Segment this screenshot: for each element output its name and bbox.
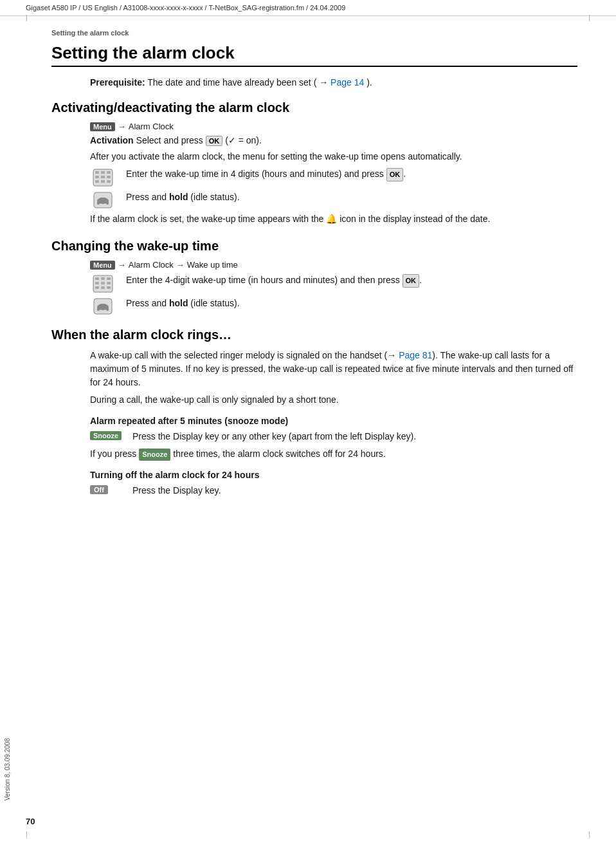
svg-rect-12: [97, 201, 100, 205]
page-title: Setting the alarm clock: [51, 43, 577, 67]
alarm-set-footer: If the alarm clock is set, the wake-up t…: [90, 212, 577, 226]
menu-item-changing-2: Wake up time: [187, 260, 238, 270]
svg-rect-15: [95, 277, 99, 280]
section-crumb: Setting the alarm clock: [51, 29, 577, 37]
section-heading-rings: When the alarm clock rings…: [51, 328, 577, 342]
endcall-icon-cell: [90, 190, 116, 208]
endcall-instruction-changing: Press and hold (idle status).: [126, 297, 240, 310]
keypad-icon-cell-changing: [90, 273, 116, 293]
endcall-row-activating: Press and hold (idle status).: [90, 190, 577, 208]
keypad-instruction-changing: Enter the 4-digit wake-up time (in hours…: [126, 273, 422, 288]
arrow-changing-2: →: [176, 260, 185, 270]
keypad-icon: [93, 169, 113, 187]
ok-badge-keypad: OK: [386, 168, 404, 181]
activation-line: Activation Select and press OK (✓ = on).: [90, 135, 577, 146]
snooze-badge-row: Snooze Press the Display key or any othe…: [90, 430, 577, 443]
arrow-activating-1: →: [118, 122, 126, 131]
activating-after-text: After you activate the alarm clock, the …: [90, 150, 577, 163]
header-breadcrumb: Gigaset A580 IP / US English / A31008-xx…: [26, 4, 345, 12]
snooze-heading: Alarm repeated after 5 minutes (snooze m…: [90, 416, 577, 426]
menu-item-changing-1: Alarm Clock: [129, 260, 174, 270]
corner-mark-br: |: [588, 831, 590, 838]
svg-rect-7: [95, 180, 99, 183]
prerequisite-label: Prerequisite:: [90, 77, 145, 88]
ok-badge-activating: OK: [206, 136, 223, 146]
endcall-icon-cell-changing: [90, 297, 116, 315]
prerequisite-end: ).: [367, 77, 372, 88]
svg-rect-27: [106, 307, 109, 311]
svg-rect-18: [95, 282, 99, 284]
keypad-row-changing: Enter the 4-digit wake-up time (in hours…: [90, 273, 577, 293]
corner-mark-bl: |: [26, 831, 28, 838]
svg-rect-16: [101, 277, 105, 280]
svg-rect-22: [101, 286, 105, 289]
snooze-badge-footer: Snooze: [139, 449, 170, 461]
svg-rect-8: [101, 180, 105, 183]
menu-nav-activating: Menu → Alarm Clock: [90, 122, 577, 131]
section-heading-activating: Activating/deactivating the alarm clock: [51, 100, 577, 115]
rings-body2: During a call, the wake-up call is only …: [90, 393, 577, 407]
endcall-icon-changing: [93, 298, 113, 315]
svg-rect-3: [107, 171, 111, 174]
svg-rect-6: [107, 176, 111, 178]
off-badge: Off: [90, 485, 108, 494]
off-text: Press the Display key.: [132, 484, 221, 497]
off-badge-row: Off Press the Display key.: [90, 484, 577, 497]
svg-rect-9: [107, 180, 111, 183]
svg-rect-1: [95, 171, 99, 174]
keypad-icon-cell: [90, 167, 116, 187]
keypad-icon-changing: [93, 275, 113, 293]
svg-rect-26: [97, 307, 100, 311]
keypad-instruction-activating: Enter the wake-up time in 4 digits (hour…: [126, 167, 406, 181]
snooze-text: Press the Display key or any other key (…: [132, 430, 416, 443]
svg-rect-20: [107, 282, 111, 284]
keypad-row-activating: Enter the wake-up time in 4 digits (hour…: [90, 167, 577, 187]
menu-item-activating: Alarm Clock: [129, 122, 174, 131]
version-text: Version 8, 03.09.2008: [4, 738, 11, 801]
document-header: Gigaset A580 IP / US English / A31008-xx…: [0, 0, 616, 16]
endcall-icon: [93, 192, 113, 208]
activation-text: Select and press: [136, 135, 206, 145]
prerequisite-line: Prerequisite: The date and time have alr…: [90, 77, 577, 88]
page-number: 70: [26, 817, 35, 826]
svg-rect-2: [101, 171, 105, 174]
menu-nav-changing: Menu → Alarm Clock → Wake up time: [90, 260, 577, 270]
menu-badge-changing: Menu: [90, 261, 115, 270]
svg-rect-23: [107, 286, 111, 289]
activation-label: Activation: [90, 135, 134, 145]
prerequisite-link[interactable]: Page 14: [331, 77, 364, 88]
section-heading-changing: Changing the wake-up time: [51, 239, 577, 254]
prerequisite-text: The date and time have already been set …: [147, 77, 316, 88]
rings-body1: A wake-up call with the selected ringer …: [90, 349, 577, 389]
endcall-instruction-activating: Press and hold (idle status).: [126, 190, 240, 204]
svg-rect-19: [101, 282, 105, 284]
svg-rect-17: [107, 277, 111, 280]
activation-suffix: (✓ = on).: [225, 135, 262, 145]
main-content: Setting the alarm clock Setting the alar…: [0, 16, 616, 539]
off-badge-cell: Off: [90, 484, 122, 494]
ok-badge-changing: OK: [403, 274, 420, 288]
svg-rect-5: [101, 176, 105, 178]
svg-rect-13: [106, 201, 109, 205]
corner-mark-tr: |: [588, 14, 590, 21]
link-page81[interactable]: Page 81: [399, 350, 432, 360]
off-heading: Turning off the alarm clock for 24 hours: [90, 470, 577, 480]
arrow-changing-1: →: [118, 260, 126, 270]
endcall-row-changing: Press and hold (idle status).: [90, 297, 577, 315]
svg-rect-21: [95, 286, 99, 289]
corner-mark-tl: |: [26, 14, 28, 21]
menu-badge-activating: Menu: [90, 122, 115, 131]
snooze-badge-cell: Snooze: [90, 430, 122, 440]
svg-rect-4: [95, 176, 99, 178]
prerequisite-arrow: →: [319, 77, 328, 88]
snooze-badge: Snooze: [90, 431, 122, 440]
snooze-footer: If you press Snooze three times, the ala…: [90, 447, 577, 461]
